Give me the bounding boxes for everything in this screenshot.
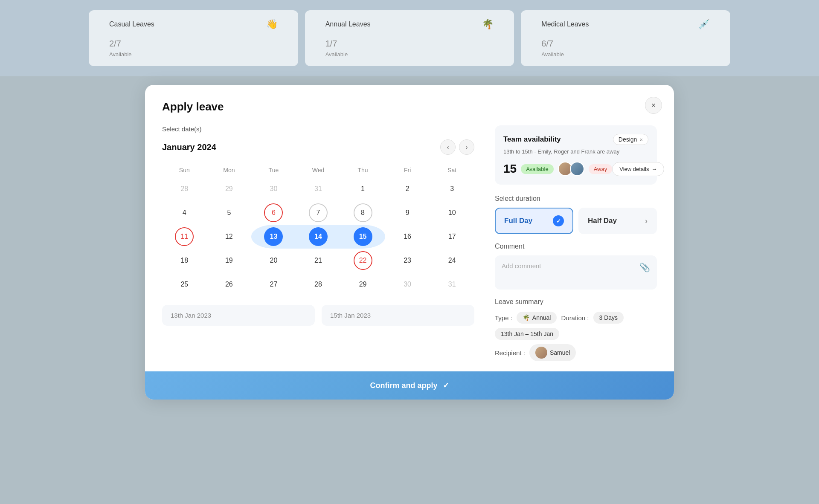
table-row[interactable]: 22 — [340, 249, 385, 272]
calendar-grid: Sun Mon Tue Wed Thu Fri Sat — [162, 163, 474, 296]
full-day-check-icon: ✓ — [553, 215, 564, 226]
select-duration-label: Select duration — [495, 195, 657, 203]
calendar-nav: January 2024 ‹ › — [162, 139, 474, 155]
table-row[interactable]: 17 — [430, 225, 474, 249]
table-row[interactable]: 31 — [296, 177, 341, 201]
leave-summary-section: Leave summary Type : 🌴 Annual Duration :… — [495, 298, 657, 361]
half-day-button[interactable]: Half Day › — [578, 208, 657, 234]
view-details-arrow: → — [651, 166, 657, 172]
weekday-wed: Wed — [296, 163, 341, 177]
design-tag-label: Design — [619, 136, 637, 143]
table-row[interactable]: 23 — [385, 249, 430, 272]
full-day-label: Full Day — [504, 217, 532, 225]
table-row[interactable]: 27 — [251, 272, 296, 296]
table-row[interactable]: 16 — [385, 225, 430, 249]
table-row[interactable]: 6 — [251, 201, 296, 225]
leave-type-value: Annual — [532, 314, 551, 321]
table-row[interactable]: 14 — [296, 225, 341, 249]
table-row[interactable]: 2 — [385, 177, 430, 201]
weekday-tue: Tue — [251, 163, 296, 177]
recipient-label: Recipient : — [495, 349, 525, 356]
table-row[interactable]: 25 — [162, 272, 207, 296]
prev-month-button[interactable]: ‹ — [440, 139, 456, 155]
table-row[interactable]: 29 — [340, 272, 385, 296]
full-day-button[interactable]: Full Day ✓ — [495, 208, 573, 234]
table-row[interactable]: 24 — [430, 249, 474, 272]
team-availability-card: Team availability Design × 13th to 15th … — [495, 125, 657, 185]
table-row[interactable]: 21 — [296, 249, 341, 272]
duration-label: Duration : — [561, 314, 589, 322]
table-row[interactable]: 9 — [385, 201, 430, 225]
away-badge: Away — [589, 164, 613, 174]
recipient-name: Samuel — [550, 349, 570, 356]
table-row[interactable]: 20 — [251, 249, 296, 272]
leave-summary-title: Leave summary — [495, 298, 657, 306]
select-dates-label: Select date(s) — [162, 125, 474, 133]
table-row[interactable]: 30 — [385, 272, 430, 296]
weekday-sun: Sun — [162, 163, 207, 177]
table-row[interactable]: 15 — [340, 225, 385, 249]
table-row[interactable]: 5 — [207, 201, 252, 225]
view-details-button[interactable]: View details → — [612, 162, 664, 176]
table-row[interactable]: 30 — [251, 177, 296, 201]
table-row[interactable]: 1 — [340, 177, 385, 201]
table-row[interactable]: 18 — [162, 249, 207, 272]
away-avatars — [558, 162, 584, 176]
leave-type-row: Type : 🌴 Annual Duration : 3 Days 13th J… — [495, 312, 657, 340]
design-tag[interactable]: Design × — [613, 134, 648, 145]
medical-leaves-title: Medical Leaves — [541, 20, 589, 28]
table-row[interactable]: 7 — [296, 201, 341, 225]
recipient-tag: Samuel — [529, 344, 576, 361]
recipient-row: Recipient : Samuel — [495, 344, 657, 361]
type-label: Type : — [495, 314, 512, 322]
medical-leaves-card: Medical Leaves 💉 6/7 Available — [521, 10, 730, 66]
table-row[interactable]: 19 — [207, 249, 252, 272]
right-column: Team availability Design × 13th to 15th … — [495, 125, 657, 371]
attach-icon[interactable]: 📎 — [639, 262, 650, 272]
date-inputs: 13th Jan 2023 15th Jan 2023 — [162, 305, 474, 326]
annual-leaves-card: Annual Leaves 🌴 1/7 Available — [305, 10, 514, 66]
table-row[interactable]: 8 — [340, 201, 385, 225]
next-month-button[interactable]: › — [459, 139, 474, 155]
table-row[interactable]: 13 — [251, 225, 296, 249]
table-row[interactable]: 11 — [162, 225, 207, 249]
comment-box[interactable]: Add comment 📎 — [495, 255, 657, 290]
comment-label: Comment — [495, 243, 657, 250]
recipient-avatar — [535, 347, 547, 359]
leave-type-tag: 🌴 Annual — [517, 312, 557, 324]
comment-section: Comment Add comment 📎 — [495, 243, 657, 290]
modal-title: Apply leave — [162, 100, 657, 113]
team-avail-title: Team availability — [503, 135, 561, 144]
table-row[interactable]: 31 — [430, 272, 474, 296]
calendar-week-1: 28 29 30 31 1 2 3 — [162, 177, 474, 201]
annual-leaves-number: 1/7 — [325, 32, 494, 49]
annual-leaves-icon: 🌴 — [482, 19, 494, 30]
table-row[interactable]: 12 — [207, 225, 252, 249]
calendar-week-2: 4 5 6 7 8 9 10 — [162, 201, 474, 225]
table-row[interactable]: 4 — [162, 201, 207, 225]
select-duration-section: Select duration Full Day ✓ Half Day › — [495, 195, 657, 234]
avatar-2 — [570, 162, 584, 176]
table-row[interactable]: 28 — [162, 177, 207, 201]
table-row[interactable]: 26 — [207, 272, 252, 296]
casual-leaves-number: 2/7 — [109, 32, 278, 49]
calendar-container: January 2024 ‹ › Sun Mon Tue We — [162, 139, 474, 296]
design-tag-close[interactable]: × — [639, 136, 643, 143]
medical-leaves-available: Available — [541, 51, 710, 58]
end-date-input[interactable]: 15th Jan 2023 — [322, 305, 474, 326]
start-date-input[interactable]: 13th Jan 2023 — [162, 305, 315, 326]
duration-tag: 3 Days — [593, 312, 624, 324]
team-avail-count: 15 Available Away — [503, 162, 612, 176]
confirm-apply-button[interactable]: Confirm and apply ✓ — [145, 371, 674, 400]
apply-leave-modal: Apply leave × Select date(s) January 202… — [145, 85, 674, 400]
table-row[interactable]: 28 — [296, 272, 341, 296]
table-row[interactable]: 3 — [430, 177, 474, 201]
calendar-week-3: 11 12 13 14 15 16 17 — [162, 225, 474, 249]
calendar-week-5: 25 26 27 28 29 30 31 — [162, 272, 474, 296]
table-row[interactable]: 10 — [430, 201, 474, 225]
casual-leaves-available: Available — [109, 51, 278, 58]
half-day-label: Half Day — [588, 217, 617, 225]
close-button[interactable]: × — [645, 97, 662, 114]
table-row[interactable]: 29 — [207, 177, 252, 201]
modal-footer: Confirm and apply ✓ — [145, 371, 674, 400]
